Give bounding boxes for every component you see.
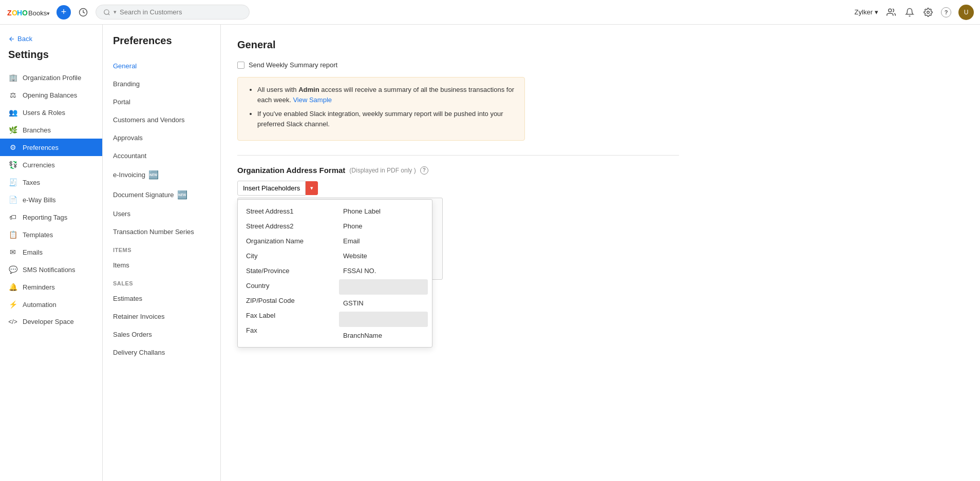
info-admin-bold: Admin <box>298 86 319 93</box>
org-selector[interactable]: Zylker ▾ <box>855 8 878 16</box>
dropdown-item-website[interactable]: Website <box>335 248 432 263</box>
app-logo[interactable]: Z O H O Books ▾ <box>6 6 51 19</box>
svg-text:H: H <box>17 9 22 17</box>
weekly-summary-checkbox[interactable] <box>237 62 244 69</box>
dropdown-item-email[interactable]: Email <box>335 234 432 248</box>
pref-item-retainer-invoices[interactable]: Retainer Invoices <box>103 307 220 325</box>
sidebar-item-sms[interactable]: 💬 SMS Notifications <box>0 261 102 278</box>
search-bar[interactable]: ▾ <box>96 5 250 20</box>
pref-item-general[interactable]: General <box>103 57 220 75</box>
pref-item-transaction-number[interactable]: Transaction Number Series <box>103 223 220 241</box>
dropdown-item-phone-label[interactable]: Phone Label <box>335 204 432 219</box>
sidebar-item-currencies[interactable]: 💱 Currencies <box>0 156 102 174</box>
preferences-icon: ⚙ <box>8 143 17 151</box>
svg-point-11 <box>927 11 930 13</box>
dropdown-item-blank2[interactable] <box>339 312 428 327</box>
emails-icon: ✉ <box>8 248 17 256</box>
sidebar-item-label: SMS Notifications <box>23 266 76 274</box>
svg-text:▾: ▾ <box>47 10 50 16</box>
currencies-icon: 💱 <box>8 161 17 169</box>
reporting-tags-icon: 🏷 <box>8 213 17 221</box>
sidebar-item-taxes[interactable]: 🧾 Taxes <box>0 174 102 191</box>
dropdown-item-phone[interactable]: Phone <box>335 219 432 234</box>
search-filter-icon[interactable]: ▾ <box>114 9 117 15</box>
sidebar-item-label: Currencies <box>23 161 55 169</box>
sidebar-item-branches[interactable]: 🌿 Branches <box>0 121 102 139</box>
reminders-icon: 🔔 <box>8 283 17 291</box>
svg-point-8 <box>104 9 109 14</box>
dropdown-item-org-name[interactable]: Organization Name <box>238 234 335 248</box>
sidebar-item-users-roles[interactable]: 👥 Users & Roles <box>0 104 102 121</box>
sales-section-label: SALES <box>103 274 220 290</box>
sidebar-item-reporting-tags[interactable]: 🏷 Reporting Tags <box>0 208 102 226</box>
sidebar-item-label: Organization Profile <box>23 74 81 82</box>
dropdown-item-gstin[interactable]: GSTIN <box>335 296 432 311</box>
sidebar-item-automation[interactable]: ⚡ Automation <box>0 296 102 313</box>
dropdown-item-fax[interactable]: Fax <box>238 323 335 338</box>
dropdown-item-zip[interactable]: ZIP/Postal Code <box>238 293 335 308</box>
add-new-button[interactable]: + <box>56 5 71 20</box>
settings-icon[interactable] <box>922 7 934 18</box>
contacts-icon[interactable] <box>885 7 897 18</box>
pref-item-users[interactable]: Users <box>103 205 220 223</box>
sidebar-item-eway-bills[interactable]: 📄 e-Way Bills <box>0 191 102 208</box>
insert-placeholder-button[interactable]: Insert Placeholders <box>237 181 306 196</box>
pref-item-branding[interactable]: Branding <box>103 75 220 93</box>
placeholder-container: Insert Placeholders ▾ Street Address1 St… <box>237 181 443 196</box>
weekly-summary-row: Send Weekly Summary report <box>237 61 964 69</box>
dropdown-item-street1[interactable]: Street Address1 <box>238 204 335 219</box>
notifications-icon[interactable] <box>904 7 915 18</box>
sidebar-item-preferences[interactable]: ⚙ Preferences <box>0 139 102 156</box>
pref-item-einvoicing[interactable]: e-Invoicing 🆕 <box>103 165 220 185</box>
svg-line-9 <box>108 13 110 15</box>
dropdown-item-fax-label[interactable]: Fax Label <box>238 308 335 323</box>
sidebar-item-label: Emails <box>23 248 43 256</box>
sidebar-item-label: Branches <box>23 126 51 134</box>
sidebar-left: Back Settings 🏢 Organization Profile ⚖ O… <box>0 25 103 481</box>
sidebar-item-templates[interactable]: 📋 Templates <box>0 226 102 243</box>
dropdown-item-country[interactable]: Country <box>238 278 335 293</box>
page-title: General <box>237 39 964 51</box>
users-roles-icon: 👥 <box>8 108 17 117</box>
history-button[interactable] <box>76 5 90 20</box>
info-box: All users with Admin access will receive… <box>237 77 525 141</box>
dropdown-item-state[interactable]: State/Province <box>238 263 335 278</box>
sidebar-item-org-profile[interactable]: 🏢 Organization Profile <box>0 69 102 86</box>
sidebar-item-emails[interactable]: ✉ Emails <box>0 243 102 261</box>
back-label: Back <box>17 35 32 43</box>
opening-balances-icon: ⚖ <box>8 91 17 99</box>
settings-title: Settings <box>0 49 102 69</box>
dropdown-item-branchname[interactable]: BranchName <box>335 328 432 343</box>
main-layout: Back Settings 🏢 Organization Profile ⚖ O… <box>0 25 980 481</box>
dropdown-item-city[interactable]: City <box>238 248 335 263</box>
sidebar-item-label: Reporting Tags <box>23 214 67 221</box>
sidebar-item-opening-balances[interactable]: ⚖ Opening Balances <box>0 86 102 104</box>
pref-item-portal[interactable]: Portal <box>103 93 220 111</box>
user-avatar[interactable]: U <box>958 5 974 20</box>
view-sample-link[interactable]: View Sample <box>293 96 332 104</box>
pref-item-sales-orders[interactable]: Sales Orders <box>103 325 220 343</box>
pref-item-document-signature[interactable]: Document Signature 🆕 <box>103 185 220 205</box>
branches-icon: 🌿 <box>8 126 17 134</box>
dropdown-item-fssai[interactable]: FSSAI NO. <box>335 263 432 278</box>
developer-space-icon: </> <box>8 318 17 325</box>
pref-item-items[interactable]: Items <box>103 256 220 274</box>
insert-placeholder-dropdown-arrow[interactable]: ▾ <box>306 181 318 195</box>
dropdown-item-blank1[interactable] <box>339 279 428 295</box>
pref-item-estimates[interactable]: Estimates <box>103 290 220 307</box>
pref-item-customers-vendors[interactable]: Customers and Vendors <box>103 111 220 129</box>
sidebar-item-reminders[interactable]: 🔔 Reminders <box>0 278 102 296</box>
address-format-subtitle: (Displayed in PDF only ) <box>349 167 416 174</box>
back-arrow-icon <box>8 35 15 43</box>
sidebar-item-label: Automation <box>23 301 56 309</box>
pref-item-approvals[interactable]: Approvals <box>103 129 220 147</box>
back-link[interactable]: Back <box>0 33 102 49</box>
top-navigation: Z O H O Books ▾ + ▾ Zylker ▾ <box>0 0 980 25</box>
search-input[interactable] <box>120 8 233 16</box>
pref-item-accountant[interactable]: Accountant <box>103 147 220 165</box>
pref-item-delivery-challans[interactable]: Delivery Challans <box>103 343 220 361</box>
dropdown-item-street2[interactable]: Street Address2 <box>238 219 335 234</box>
help-icon[interactable]: ? <box>941 7 951 17</box>
sidebar-item-developer-space[interactable]: </> Developer Space <box>0 313 102 330</box>
help-circle-icon[interactable]: ? <box>420 166 428 175</box>
